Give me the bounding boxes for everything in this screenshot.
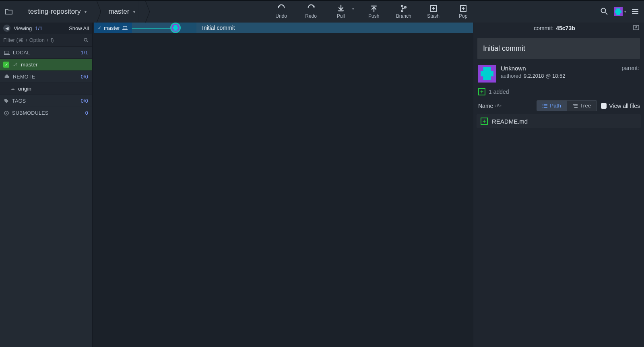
breadcrumb-repo[interactable]: testing-repository ▾ xyxy=(18,1,95,23)
branch-button[interactable]: Branch xyxy=(394,4,414,19)
viewing-label: Viewing xyxy=(14,25,32,31)
pull-dropdown[interactable]: ▾ xyxy=(352,7,354,11)
svg-point-6 xyxy=(84,38,87,41)
show-all-button[interactable]: Show All xyxy=(69,25,89,31)
back-button[interactable]: ◀ xyxy=(3,25,10,32)
open-repo-button[interactable] xyxy=(0,1,18,23)
submodule-icon xyxy=(4,111,9,116)
breadcrumb-repo-label: testing-repository xyxy=(28,8,80,16)
check-icon: ✓ xyxy=(98,25,101,31)
remote-icon: ☁ xyxy=(10,86,15,91)
file-row[interactable]: + README.md xyxy=(477,114,641,128)
svg-point-0 xyxy=(401,5,402,7)
added-icon: + xyxy=(478,88,485,95)
toolbar-center: Undo Redo Pull ▾ Push Branch Stash Pop xyxy=(144,1,600,23)
pull-button[interactable]: Pull xyxy=(331,4,351,19)
remote-origin[interactable]: ☁ origin xyxy=(0,83,92,95)
pop-button[interactable]: Pop xyxy=(453,4,473,19)
added-icon: + xyxy=(481,118,488,125)
commit-title: Initial commit xyxy=(477,38,640,59)
svg-point-1 xyxy=(401,10,402,12)
breadcrumb-branch[interactable]: master ▾ xyxy=(95,1,144,23)
parent-label: parent: xyxy=(621,65,639,71)
section-submodules[interactable]: SUBMODULES 0 xyxy=(0,107,92,119)
undo-button[interactable]: Undo xyxy=(271,4,291,19)
section-remote[interactable]: REMOTE 0/0 xyxy=(0,71,92,83)
viewing-count: 1/1 xyxy=(35,25,42,31)
svg-rect-10 xyxy=(123,26,127,29)
sort-by-name[interactable]: Name ↓AZ xyxy=(478,103,502,109)
filter-input[interactable] xyxy=(3,37,83,43)
svg-point-9 xyxy=(6,112,7,114)
laptop-icon xyxy=(122,26,128,30)
commit-message: Initial commit xyxy=(196,23,473,33)
commit-node[interactable] xyxy=(170,23,181,33)
avatar-icon xyxy=(614,7,623,16)
view-tree-button[interactable]: Tree xyxy=(567,100,597,111)
laptop-icon xyxy=(4,50,10,55)
tag-icon xyxy=(4,99,9,103)
profile-menu[interactable]: ▾ xyxy=(614,7,626,16)
tree-icon xyxy=(573,104,578,108)
commit-hash: 45c73b xyxy=(556,25,575,31)
added-count: 1 added xyxy=(489,89,509,95)
caret-down-icon: ▾ xyxy=(133,10,135,14)
file-name: README.md xyxy=(492,118,528,125)
check-icon: ✓ xyxy=(3,62,9,68)
authored-date: 9.2.2018 @ 18:52 xyxy=(524,73,566,79)
section-local[interactable]: LOCAL 1/1 xyxy=(0,47,92,59)
cloud-icon xyxy=(4,74,10,79)
commit-graph: ✓ master Initial commit xyxy=(93,23,473,347)
push-button[interactable]: Push xyxy=(364,4,384,19)
svg-point-5 xyxy=(601,8,606,12)
branch-chip[interactable]: ✓ master xyxy=(93,23,132,33)
search-icon xyxy=(83,37,89,43)
expand-icon[interactable] xyxy=(633,25,639,31)
branch-local-master[interactable]: ✓ ⎇ master xyxy=(0,59,92,71)
view-path-button[interactable]: Path xyxy=(537,100,567,111)
file-list: + README.md xyxy=(477,114,641,128)
commit-details-panel: commit: 45c73b Initial commit Unknown au… xyxy=(473,23,644,347)
svg-rect-7 xyxy=(5,51,9,54)
caret-down-icon: ▾ xyxy=(624,10,626,14)
branch-icon: ⎇ xyxy=(12,62,18,67)
commit-row[interactable]: ✓ master Initial commit xyxy=(93,23,473,33)
view-all-files-toggle[interactable]: View all files xyxy=(601,103,640,109)
stash-button[interactable]: Stash xyxy=(423,4,444,19)
search-button[interactable] xyxy=(600,7,608,17)
graph-canvas xyxy=(132,23,196,33)
top-toolbar: testing-repository ▾ master ▾ Undo Redo … xyxy=(0,0,644,23)
author-avatar xyxy=(478,65,496,83)
section-tags[interactable]: TAGS 0/0 xyxy=(0,95,92,107)
redo-button[interactable]: Redo xyxy=(301,4,321,19)
sidebar: ◀ Viewing 1/1 Show All LOCAL 1/1 ✓ ⎇ mas… xyxy=(0,23,93,347)
caret-down-icon: ▾ xyxy=(85,10,87,14)
sort-icon: ↓AZ xyxy=(495,103,502,108)
commit-label: commit: xyxy=(534,25,553,31)
list-icon xyxy=(543,104,547,108)
author-name: Unknown xyxy=(501,65,617,72)
breadcrumb-branch-label: master xyxy=(108,8,129,16)
hamburger-menu[interactable] xyxy=(632,9,638,14)
